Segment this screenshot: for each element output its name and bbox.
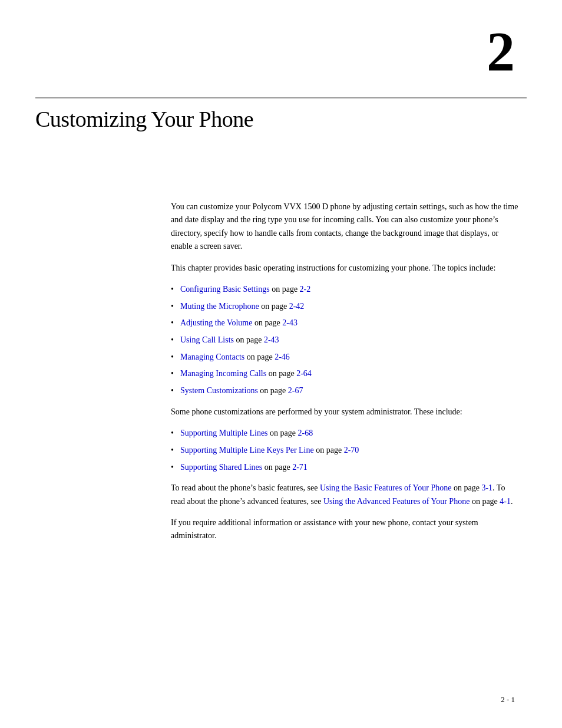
link-page-2-68[interactable]: 2-68 [298, 429, 313, 437]
list-item: Supporting Shared Lines on page 2-71 [171, 461, 521, 474]
link-supporting-multiple-line-keys[interactable]: Supporting Multiple Line Keys Per Line [180, 446, 314, 454]
read-more-start: To read about the phone’s basic features… [171, 483, 320, 492]
link-using-call-lists[interactable]: Using Call Lists [180, 335, 234, 344]
link-page-3-1[interactable]: 3-1 [481, 483, 492, 492]
read-more-mid1: on page [451, 483, 481, 492]
page-container: 2 Customizing Your Phone You can customi… [0, 0, 562, 728]
link-basic-features[interactable]: Using the Basic Features of Your Phone [320, 483, 452, 492]
link-page-2-46[interactable]: 2-46 [275, 353, 290, 361]
link-page-2-2[interactable]: 2-2 [300, 285, 311, 294]
topics-list: Configuring Basic Settings on page 2-2 M… [171, 283, 521, 397]
list-item: Supporting Multiple Line Keys Per Line o… [171, 444, 521, 457]
link-adjusting-volume[interactable]: Adjusting the Volume [180, 318, 252, 327]
page-number: 2 - 1 [501, 695, 515, 704]
link-advanced-features[interactable]: Using the Advanced Features of Your Phon… [323, 497, 470, 506]
list-item: Managing Contacts on page 2-46 [171, 351, 521, 364]
link-system-customizations[interactable]: System Customizations [180, 386, 258, 395]
list-item: System Customizations on page 2-67 [171, 384, 521, 397]
link-page-2-43b[interactable]: 2-43 [264, 335, 279, 344]
link-managing-incoming-calls[interactable]: Managing Incoming Calls [180, 369, 266, 378]
read-more-paragraph: To read about the phone’s basic features… [171, 482, 521, 508]
horizontal-rule [35, 97, 527, 98]
link-supporting-shared-lines[interactable]: Supporting Shared Lines [180, 463, 262, 472]
link-muting-microphone[interactable]: Muting the Microphone [180, 302, 259, 311]
list-item: Managing Incoming Calls on page 2-64 [171, 367, 521, 380]
link-page-4-1[interactable]: 4-1 [500, 497, 511, 506]
intro-paragraph: You can customize your Polycom VVX 1500 … [171, 200, 521, 253]
link-page-2-70[interactable]: 2-70 [344, 446, 359, 454]
link-managing-contacts[interactable]: Managing Contacts [180, 353, 244, 361]
list-item: Muting the Microphone on page 2-42 [171, 300, 521, 313]
chapter-title: Customizing Your Phone [35, 106, 253, 132]
chapter-intro: This chapter provides basic operating in… [171, 262, 521, 275]
list-item: Configuring Basic Settings on page 2-2 [171, 283, 521, 296]
content-area: You can customize your Polycom VVX 1500 … [171, 200, 521, 551]
read-more-mid3: on page [470, 497, 500, 506]
admin-paragraph: Some phone customizations are performed … [171, 406, 521, 419]
admin-topics-list: Supporting Multiple Lines on page 2-68 S… [171, 427, 521, 473]
read-more-end: . [511, 497, 513, 506]
list-item: Adjusting the Volume on page 2-43 [171, 317, 521, 330]
list-item: Supporting Multiple Lines on page 2-68 [171, 427, 521, 440]
list-item: Using Call Lists on page 2-43 [171, 334, 521, 347]
link-configuring-basic-settings[interactable]: Configuring Basic Settings [180, 285, 270, 294]
link-page-2-64[interactable]: 2-64 [296, 369, 312, 378]
link-page-2-67[interactable]: 2-67 [288, 386, 303, 395]
link-page-2-43a[interactable]: 2-43 [282, 318, 297, 327]
link-page-2-42[interactable]: 2-42 [289, 302, 305, 311]
link-supporting-multiple-lines[interactable]: Supporting Multiple Lines [180, 429, 268, 437]
link-page-2-71[interactable]: 2-71 [292, 463, 308, 472]
assistance-paragraph: If you require additional information or… [171, 516, 521, 543]
chapter-number: 2 [487, 24, 515, 80]
